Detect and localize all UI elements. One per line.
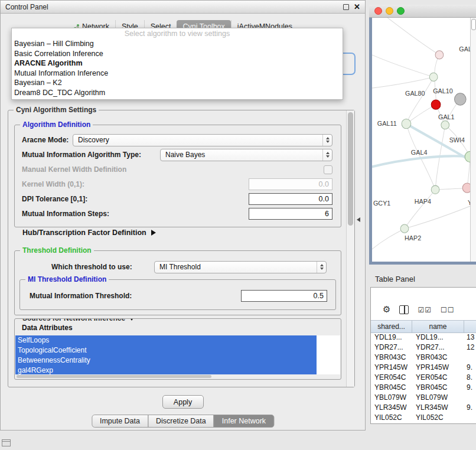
settings-group-title: Cyni Algorithm Settings <box>14 106 99 114</box>
table-cell: 9. <box>464 383 476 393</box>
mi-type-label: Mutual Information Algorithm Type: <box>22 151 141 159</box>
network-edge[interactable] <box>372 77 433 88</box>
table-header: shared... name <box>371 320 476 333</box>
network-node[interactable] <box>441 121 449 129</box>
table-cell: YPR145W <box>371 363 412 373</box>
algorithm-option[interactable]: ARACNE Algorithm <box>12 58 343 69</box>
table-panel-label: Table Panel <box>375 275 415 283</box>
network-canvas[interactable]: GALGAL80GAL10GAL11GAL1SWI4GAL4GCY1HAP4HA… <box>372 18 476 262</box>
network-vscrollbar[interactable] <box>470 18 476 262</box>
data-attributes-list[interactable]: SelfLoopsTopologicalCoefficientBetweenne… <box>15 335 340 374</box>
network-edge[interactable] <box>372 54 433 77</box>
network-node[interactable] <box>400 224 409 233</box>
network-node-label: HAP4 <box>415 197 431 204</box>
mi-threshold-title: MI Threshold Definition <box>25 275 109 283</box>
attributes-hscrollbar[interactable] <box>15 374 340 379</box>
apply-button[interactable]: Apply <box>162 395 204 409</box>
minimize-traffic-light[interactable] <box>386 7 393 15</box>
network-node[interactable] <box>431 185 439 194</box>
network-svg: GALGAL80GAL10GAL11GAL1SWI4GAL4GCY1HAP4HA… <box>372 18 471 262</box>
network-node[interactable] <box>429 73 438 81</box>
table-cell: YBL079W <box>371 393 412 403</box>
control-panel-titlebar[interactable]: Control Panel ✕ <box>1 1 365 14</box>
table-row[interactable]: YDL19...YDL19...13 <box>371 332 476 343</box>
algorithm-option[interactable]: Dream8 DC_TDC Algorithm <box>12 88 343 98</box>
columns-icon[interactable] <box>399 305 409 314</box>
table-cell <box>464 413 476 423</box>
tab-infer-network[interactable]: Infer Network <box>214 415 274 428</box>
mi-type-select[interactable]: Naive Bayes <box>160 149 332 161</box>
zoom-traffic-light[interactable] <box>397 7 405 15</box>
algorithm-option[interactable]: Bayesian – K2 <box>12 78 343 88</box>
sources-group-title[interactable]: Sources for Network Inference <box>20 318 137 322</box>
attributes-hscrollbar-thumb[interactable] <box>17 375 211 378</box>
table-row[interactable]: YBR045CYBR045C9. <box>371 383 476 393</box>
table-row[interactable]: YLR345WYLR345W9. <box>371 403 476 413</box>
minimize-icon[interactable] <box>343 4 349 10</box>
network-edge[interactable] <box>405 190 435 229</box>
table-row[interactable]: YDR27...YDR27...12 <box>371 343 476 353</box>
network-edge[interactable] <box>406 77 433 123</box>
gear-icon[interactable]: ⚙ <box>383 305 390 314</box>
table-cell: YLR345W <box>371 403 412 413</box>
bottom-tabbar: Impute Data Discretize Data Infer Networ… <box>92 415 274 428</box>
hub-tf-definition-toggle[interactable]: Hub/Transcription Factor Definition <box>22 229 156 237</box>
table-row[interactable]: YBR043CYBR043C <box>371 353 476 363</box>
network-edge[interactable] <box>405 204 471 229</box>
table-row[interactable]: YBL079WYBL079W <box>371 393 476 403</box>
combo-stepper-icon <box>317 262 326 273</box>
network-edge[interactable] <box>372 229 405 252</box>
data-attribute-item[interactable]: TopologicalCoefficient <box>15 345 317 356</box>
network-node[interactable] <box>431 100 441 109</box>
network-window-titlebar[interactable] <box>369 5 476 18</box>
column-header-shared-name[interactable]: shared... <box>371 321 412 332</box>
close-icon[interactable]: ✕ <box>354 4 360 10</box>
table-cell: YPR145W <box>412 363 464 373</box>
deselect-all-checkboxes-icon[interactable]: ☐☐ <box>441 306 455 314</box>
data-attribute-item[interactable]: BetweennessCentrality <box>15 356 317 366</box>
network-node[interactable] <box>435 51 444 59</box>
docked-window-icon[interactable] <box>2 439 11 446</box>
select-all-checkboxes-icon[interactable]: ☑☑ <box>418 306 432 314</box>
table-cell: YIL052C <box>412 413 464 423</box>
table-row[interactable]: YER054CYER054C8. <box>371 373 476 383</box>
algorithm-dropdown-popup: Select algorithm to view settings Bayesi… <box>11 28 343 100</box>
algorithm-option[interactable]: Mutual Information Inference <box>12 69 343 79</box>
which-threshold-select[interactable]: MI Threshold <box>154 261 327 273</box>
table-cell: 12 <box>464 343 476 353</box>
table-cell: 13 <box>464 332 476 343</box>
manual-kernel-checkbox[interactable] <box>324 165 332 174</box>
combo-stepper-icon <box>322 149 332 161</box>
close-traffic-light[interactable] <box>374 7 382 15</box>
algorithm-dropdown-placeholder: Select algorithm to view settings <box>12 29 343 39</box>
tab-discretize-data[interactable]: Discretize Data <box>148 415 214 428</box>
table-cell: YBR045C <box>412 383 464 393</box>
network-node-label: SWI4 <box>449 136 465 144</box>
table-row[interactable]: YPR145WYPR145W9. <box>371 363 476 373</box>
network-node[interactable] <box>402 119 411 128</box>
data-attribute-item[interactable]: SelfLoops <box>15 335 317 345</box>
column-header-name[interactable]: name <box>412 321 464 332</box>
kernel-width-label: Kernel Width (0,1): <box>22 180 84 188</box>
network-edge[interactable] <box>372 156 470 167</box>
network-vscrollbar-thumb[interactable] <box>471 19 476 30</box>
dpi-tolerance-field[interactable]: 0.0 <box>249 193 332 205</box>
kernel-width-field[interactable]: 0.0 <box>249 178 332 190</box>
settings-scrollbar-thumb[interactable] <box>348 112 353 226</box>
settings-scrollbar[interactable] <box>346 110 354 387</box>
table-cell: YER054C <box>412 373 464 383</box>
mi-steps-field[interactable]: 6 <box>249 208 332 220</box>
expand-right-icon <box>151 230 156 236</box>
network-node[interactable] <box>462 183 471 193</box>
tab-impute-data[interactable]: Impute Data <box>92 415 148 428</box>
table-row[interactable]: YIL052CYIL052C <box>371 413 476 423</box>
algorithm-option[interactable]: Bayesian – Hill Climbing <box>12 39 343 49</box>
network-node[interactable] <box>454 93 466 105</box>
algorithm-option[interactable]: Basic Correlation Inference <box>12 49 343 59</box>
mi-threshold-field[interactable]: 0.5 <box>241 290 327 302</box>
network-edge[interactable] <box>384 18 439 55</box>
mi-threshold-label: Mutual Information Threshold: <box>30 292 132 300</box>
column-header-extra[interactable] <box>464 321 476 332</box>
aracne-mode-select[interactable]: Discovery <box>73 134 332 146</box>
panel-collapse-arrow[interactable] <box>357 217 360 222</box>
